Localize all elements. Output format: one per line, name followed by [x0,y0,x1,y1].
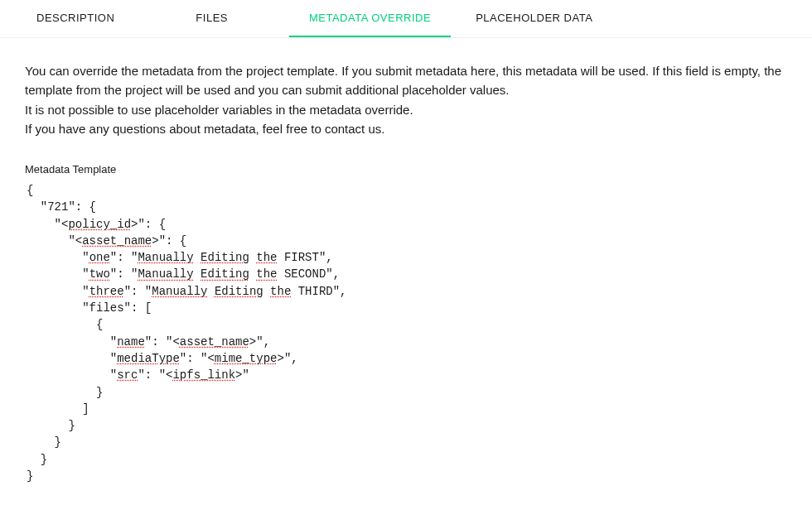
description-block: You can override the metadata from the p… [25,61,787,138]
description-paragraph-3: If you have any questions about metadata… [25,119,787,138]
tab-content: You can override the metadata from the p… [0,38,812,484]
tab-bar: DESCRIPTION FILES METADATA OVERRIDE PLAC… [0,0,812,38]
metadata-template-textarea[interactable]: { "721": { "<policy_id>": { "<asset_name… [25,179,787,484]
tab-metadata-override[interactable]: METADATA OVERRIDE [289,0,451,37]
tab-description[interactable]: DESCRIPTION [17,0,134,37]
description-paragraph-1: You can override the metadata from the p… [25,61,787,100]
tab-placeholder-data[interactable]: PLACEHOLDER DATA [456,0,612,37]
metadata-template-label: Metadata Template [25,163,787,176]
tab-files[interactable]: FILES [176,0,248,37]
description-paragraph-2: It is not possible to use placeholder va… [25,100,787,119]
